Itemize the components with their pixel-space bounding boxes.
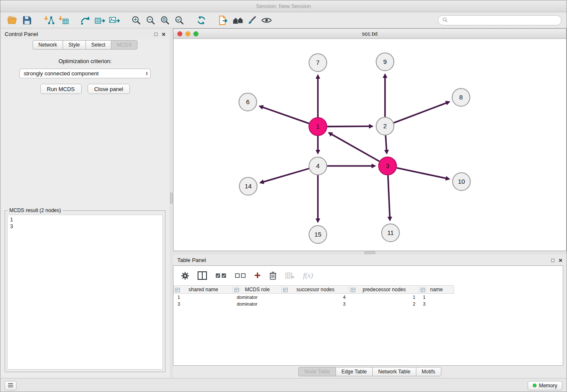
horizontal-splitter-handle[interactable] — [364, 251, 375, 254]
zoom-in-icon[interactable] — [129, 14, 143, 27]
graph-node-6[interactable]: 6 — [239, 93, 257, 111]
horizontal-splitter[interactable] — [173, 251, 567, 254]
graph-node-15[interactable]: 15 — [309, 226, 327, 243]
close-table-panel-icon[interactable]: × — [559, 257, 562, 263]
column-header-successor-nodes[interactable]: successor nodes — [282, 286, 350, 294]
graph-node-7[interactable]: 7 — [309, 54, 327, 72]
zoom-selected-icon[interactable] — [172, 14, 187, 27]
zoom-out-icon[interactable] — [143, 14, 158, 27]
open-session-icon[interactable] — [6, 14, 20, 27]
splitter-handle[interactable] — [170, 193, 173, 204]
svg-text:10: 10 — [458, 178, 465, 185]
graph-edge-4-14[interactable] — [263, 168, 309, 182]
column-header-shared-name[interactable]: shared name — [174, 286, 233, 294]
close-control-panel-icon[interactable]: × — [162, 31, 165, 37]
graph-edge-2-3[interactable] — [385, 135, 386, 151]
search-box[interactable] — [438, 15, 561, 25]
graph-node-3[interactable]: 3 — [379, 157, 396, 175]
table-toolbar: + f(x) — [173, 266, 563, 285]
mcds-panel-content: Optimization criterion: strongly connect… — [0, 50, 170, 378]
graph-edge-3-10[interactable] — [396, 168, 446, 179]
column-header-predecessor-nodes[interactable]: predecessor nodes — [350, 286, 419, 294]
svg-text:3: 3 — [386, 162, 389, 169]
control-panel-header: Control Panel □ × — [0, 28, 170, 39]
graph-node-1[interactable]: 1 — [309, 118, 327, 135]
graph-node-11[interactable]: 11 — [382, 224, 399, 242]
save-session-icon[interactable] — [20, 14, 34, 27]
graph-node-10[interactable]: 10 — [453, 173, 471, 190]
graph-node-9[interactable]: 9 — [376, 53, 394, 71]
table-panel: Table Panel □ × — [173, 254, 567, 378]
graph-node-2[interactable]: 2 — [376, 117, 394, 135]
control-panel-tabs: NetworkStyleSelectMCDS — [0, 39, 170, 50]
graph-node-4[interactable]: 4 — [309, 157, 327, 175]
export-image-icon[interactable] — [107, 14, 121, 27]
svg-text:9: 9 — [383, 58, 387, 65]
tab-motifs[interactable]: Motifs — [416, 367, 441, 376]
network-canvas[interactable]: 1234678910111415 — [173, 39, 566, 251]
graph-edge-1-6[interactable] — [262, 107, 309, 124]
table-panel-header: Table Panel □ × — [173, 254, 567, 265]
export-table-icon[interactable] — [93, 14, 107, 27]
graph-node-14[interactable]: 14 — [239, 177, 257, 195]
graph-edge-2-8[interactable] — [394, 103, 446, 123]
function-builder-icon[interactable]: f(x) — [303, 271, 313, 280]
network-graph: 1234678910111415 — [173, 39, 566, 251]
tab-edge-table[interactable]: Edge Table — [336, 367, 373, 376]
create-column-plus-icon[interactable]: + — [254, 270, 261, 281]
deselect-all-rows-icon[interactable] — [235, 273, 246, 279]
node-table-container: + f(x) shared nameMCDS rolesuccessor nod… — [173, 265, 563, 366]
graph-edge-arrowhead — [259, 179, 264, 184]
close-window-icon[interactable]: × — [177, 31, 182, 36]
new-network-icon[interactable] — [78, 14, 93, 27]
tab-network[interactable]: Network — [33, 40, 63, 50]
minimize-window-icon[interactable]: − — [185, 31, 190, 36]
graph-edge-3-11[interactable] — [388, 175, 390, 218]
graph-edge-arrowhead — [372, 164, 376, 168]
zoom-fit-icon[interactable] — [158, 14, 172, 27]
graph-node-8[interactable]: 8 — [452, 88, 470, 106]
control-panel-title: Control Panel — [5, 31, 38, 37]
mcds-result-text[interactable]: 1 3 — [7, 215, 163, 370]
search-input[interactable] — [450, 17, 557, 23]
panel-splitter[interactable] — [170, 28, 173, 378]
select-all-rows-icon[interactable] — [215, 273, 226, 279]
tab-style[interactable]: Style — [63, 40, 86, 50]
tab-select[interactable]: Select — [85, 40, 111, 50]
column-header-name[interactable]: name — [419, 286, 454, 294]
table-row[interactable]: 3dominator323 — [174, 301, 563, 307]
table-settings-gear-icon[interactable] — [181, 272, 189, 280]
tab-node-table[interactable]: Node Table — [298, 367, 336, 376]
criterion-select[interactable]: strongly connected component ▲▼ — [19, 69, 151, 78]
svg-text:4: 4 — [316, 162, 319, 169]
task-list-icon — [8, 382, 14, 389]
column-sort-icon — [421, 287, 425, 293]
svg-text:14: 14 — [245, 182, 252, 190]
import-network-icon[interactable] — [42, 14, 56, 27]
refresh-icon[interactable] — [194, 14, 209, 27]
float-table-panel-icon[interactable]: □ — [551, 257, 554, 263]
control-panel: Control Panel □ × NetworkStyleSelectMCDS… — [0, 28, 170, 378]
table-row[interactable]: 1dominator411 — [174, 294, 563, 301]
show-graphics-eye-icon[interactable] — [259, 14, 274, 27]
close-panel-button[interactable]: Close panel — [88, 84, 130, 94]
column-header-mcds-role[interactable]: MCDS role — [233, 286, 282, 294]
show-columns-icon[interactable] — [198, 271, 207, 280]
delete-column-trash-icon[interactable] — [269, 271, 277, 280]
run-mcds-button[interactable]: Run MCDS — [40, 84, 82, 94]
apply-style-brush-icon[interactable] — [245, 14, 259, 27]
mcds-result-group: MCDS result (2 nodes) 1 3 — [5, 210, 165, 372]
task-history-button[interactable] — [5, 381, 17, 390]
maximize-window-icon[interactable]: + — [193, 31, 198, 36]
tab-mcds[interactable]: MCDS — [111, 40, 138, 50]
graph-edge-1-2[interactable] — [327, 126, 370, 127]
import-table-icon[interactable] — [56, 14, 71, 27]
open-document-icon[interactable] — [216, 14, 231, 27]
home-layout-icon[interactable] — [231, 14, 245, 27]
graph-edge-arrowhead — [259, 105, 264, 109]
tab-network-table[interactable]: Network Table — [372, 367, 416, 376]
float-control-panel-icon[interactable]: □ — [154, 31, 157, 37]
graph-edge-3-1[interactable] — [331, 134, 380, 162]
svg-text:1: 1 — [316, 123, 319, 130]
memory-button[interactable]: Memory — [528, 381, 562, 390]
